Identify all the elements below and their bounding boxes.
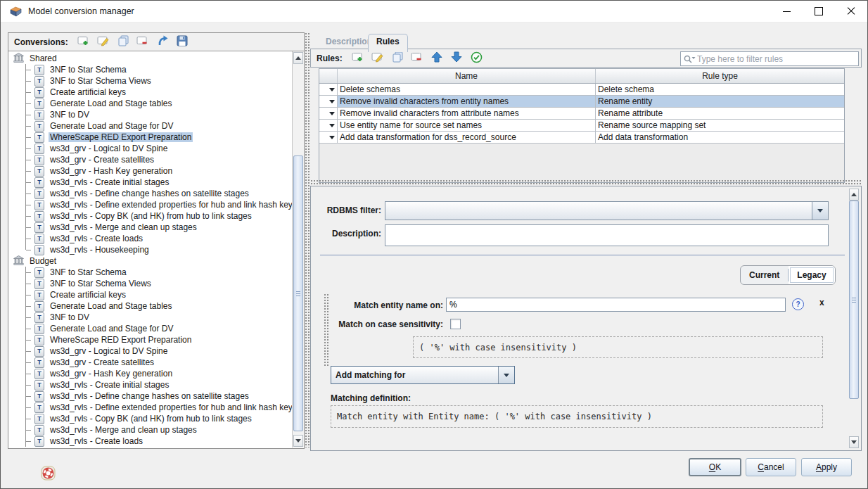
rule-row-menu-button[interactable] xyxy=(319,108,338,119)
column-header-rule-type[interactable]: Rule type xyxy=(596,69,844,83)
rule-type-cell[interactable]: Rename source mapping set xyxy=(596,120,844,131)
tree-item[interactable]: TGenerate Load and Stage for DV xyxy=(13,323,292,334)
add-rule-button[interactable] xyxy=(352,52,365,65)
tree-item[interactable]: T3NF to Star Schema xyxy=(13,64,292,75)
tree-item[interactable]: Tws3d_rvls - Create initial stages xyxy=(13,379,292,390)
detail-panel-scrollbar[interactable] xyxy=(848,188,860,449)
copy-conversion-button[interactable] xyxy=(117,36,130,49)
add-matching-dropdown-button[interactable] xyxy=(498,367,514,383)
minimize-button[interactable] xyxy=(770,1,803,22)
rule-row-menu-button[interactable] xyxy=(319,120,338,131)
copy-rule-button[interactable] xyxy=(391,52,404,65)
scroll-down-button[interactable] xyxy=(849,436,859,448)
rule-name-cell[interactable]: Use entity name for source set names xyxy=(338,120,596,131)
rule-row-menu-button[interactable] xyxy=(319,96,338,107)
tree-item[interactable]: TGenerate Load and Stage tables xyxy=(13,98,292,109)
save-conversion-button[interactable] xyxy=(176,36,189,49)
delete-rule-button[interactable] xyxy=(411,52,424,65)
rule-type-cell[interactable]: Add data transformation xyxy=(596,132,844,143)
vertical-splitter[interactable] xyxy=(305,32,309,447)
description-input[interactable] xyxy=(385,224,829,246)
conversions-tree-scrollbar[interactable] xyxy=(292,51,304,447)
rule-name-cell[interactable]: Add data transformation for dss_record_s… xyxy=(338,132,596,143)
ok-button[interactable]: OK xyxy=(689,458,741,476)
tree-item[interactable]: Tws3d_grv - Create satellites xyxy=(13,357,292,368)
tree-item[interactable]: Tws3d_grv - Logical to DV Spine xyxy=(13,143,292,154)
case-sensitivity-checkbox[interactable] xyxy=(450,319,461,329)
tree-item[interactable]: Tws3d_grv - Hash Key generation xyxy=(13,165,292,177)
scroll-up-button[interactable] xyxy=(849,189,859,201)
tree-item[interactable]: Tws3d_grv - Logical to DV Spine xyxy=(13,345,292,357)
help-lifebuoy-icon[interactable] xyxy=(41,466,56,481)
tree-item[interactable]: Tws3d_rvls - Create loads xyxy=(13,436,292,447)
tree-item[interactable]: T3NF to Star Schema xyxy=(13,267,292,278)
rdbms-filter-select[interactable] xyxy=(385,201,829,220)
scrollbar-thumb[interactable] xyxy=(849,201,859,399)
rule-type-cell[interactable]: Rename attribute xyxy=(596,108,844,119)
rule-type-cell[interactable]: Delete schema xyxy=(596,84,844,95)
rdbms-filter-dropdown-button[interactable] xyxy=(812,202,828,220)
current-button[interactable]: Current xyxy=(741,266,788,284)
tree-item[interactable]: TGenerate Load and Stage for DV xyxy=(13,120,292,132)
tree-item[interactable]: Tws3d_rvls - Define extended properties … xyxy=(13,402,292,413)
tree-item[interactable]: Tws3d_rvls - Copy BK (and HK) from hub t… xyxy=(13,413,292,424)
close-button[interactable] xyxy=(835,1,867,22)
tree-item[interactable]: TCreate artificial keys xyxy=(13,289,292,300)
tree-group-budget[interactable]: Budget xyxy=(13,255,292,267)
rule-row[interactable]: Add data transformation for dss_record_s… xyxy=(319,132,844,144)
add-conversion-button[interactable] xyxy=(77,36,91,49)
tree-item[interactable]: Tws3d_rvls - Create initial stages xyxy=(13,177,292,188)
tree-item[interactable]: Tws3d_rvls - Define extended properties … xyxy=(13,199,292,210)
tree-item[interactable]: TCreate artificial keys xyxy=(13,87,292,98)
apply-button[interactable]: Apply xyxy=(801,458,852,476)
rule-row-menu-button[interactable] xyxy=(319,132,338,143)
tree-item[interactable]: Tws3d_rvls - Create loads xyxy=(13,233,292,244)
tree-item[interactable]: Tws3d_rvls - Merge and clean up stages xyxy=(13,222,292,233)
tree-item[interactable]: Tws3d_rvls - Define change hashes on sat… xyxy=(13,390,292,402)
rule-row-menu-button[interactable] xyxy=(319,84,338,95)
move-rule-down-button[interactable] xyxy=(450,52,464,65)
rule-row[interactable]: Delete schemasDelete schema xyxy=(319,84,844,96)
tree-item[interactable]: TWhereScape RED Export Preparation xyxy=(13,334,292,345)
horizontal-splitter[interactable] xyxy=(310,179,862,184)
rule-row[interactable]: Use entity name for source set namesRena… xyxy=(319,120,844,132)
cancel-button[interactable]: Cancel xyxy=(746,458,796,476)
edit-rule-button[interactable] xyxy=(371,52,385,65)
tree-item[interactable]: Tws3d_rvls - Merge and clean up stages xyxy=(13,424,292,436)
rule-name-cell[interactable]: Delete schemas xyxy=(338,84,596,95)
tree-item[interactable]: Tws3d_rvls - Housekeeping xyxy=(13,244,292,255)
move-rule-up-button[interactable] xyxy=(430,52,444,65)
rule-row[interactable]: Remove invalid characters from entity na… xyxy=(319,96,844,108)
tab-rules[interactable]: Rules xyxy=(368,34,408,52)
tree-item[interactable]: T3NF to DV xyxy=(13,109,292,120)
delete-conversion-button[interactable] xyxy=(136,36,150,49)
tree-item[interactable]: Tws3d_grv - Create satellites xyxy=(13,154,292,165)
import-conversion-button[interactable] xyxy=(156,36,170,49)
tree-item[interactable]: Tws3d_rvls - Define change hashes on sat… xyxy=(13,188,292,199)
match-entity-input[interactable] xyxy=(446,298,786,312)
maximize-button[interactable] xyxy=(803,1,835,22)
rules-filter-input[interactable] xyxy=(696,54,858,64)
add-matching-for-select[interactable]: Add matching for xyxy=(331,366,515,384)
legacy-button[interactable]: Legacy xyxy=(789,266,834,284)
validate-rules-button[interactable] xyxy=(470,52,483,65)
tree-item[interactable]: Tws3d_grv - Hash Key generation xyxy=(13,368,292,379)
help-icon[interactable]: ? xyxy=(792,298,804,310)
tree-item[interactable]: TGenerate Load and Stage tables xyxy=(13,300,292,312)
rule-row[interactable]: Remove invalid characters from attribute… xyxy=(319,108,844,120)
tree-item[interactable]: T3NF to Star Schema Views xyxy=(13,75,292,87)
rule-name-cell[interactable]: Remove invalid characters from entity na… xyxy=(338,96,596,107)
tree-item[interactable]: T3NF to Star Schema Views xyxy=(13,278,292,289)
column-header-name[interactable]: Name xyxy=(338,69,596,83)
tree-item[interactable]: T3NF to DV xyxy=(13,312,292,323)
edit-conversion-button[interactable] xyxy=(97,36,110,49)
rule-part-grip-handle[interactable] xyxy=(324,293,330,367)
tree-item[interactable]: Tws3d_rvls - Copy BK (and HK) from hub t… xyxy=(13,210,292,222)
scroll-up-button[interactable] xyxy=(293,52,303,64)
scroll-down-button[interactable] xyxy=(293,435,303,447)
remove-rule-part-button[interactable]: x xyxy=(819,298,824,307)
rule-name-cell[interactable]: Remove invalid characters from attribute… xyxy=(338,108,596,119)
tree-group-shared[interactable]: Shared xyxy=(13,53,292,64)
rule-type-cell[interactable]: Rename entity xyxy=(596,96,844,107)
scrollbar-thumb[interactable] xyxy=(293,155,303,431)
